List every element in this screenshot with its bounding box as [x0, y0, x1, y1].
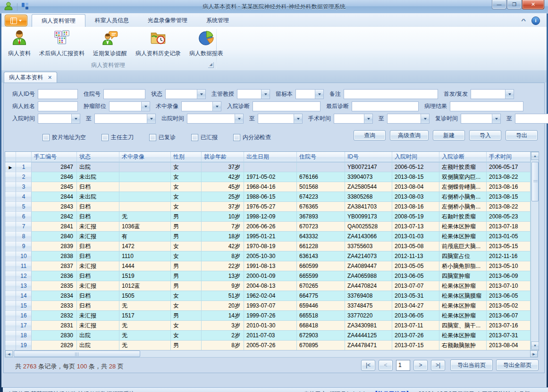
grid-cell[interactable]: 2839 — [32, 242, 77, 251]
grid-cell[interactable]: 25岁 — [202, 192, 244, 202]
checkbox-icon[interactable] — [149, 134, 156, 141]
dropdown-arrow-icon[interactable] — [492, 114, 500, 123]
grid-cell[interactable]: 2012-11-13 — [392, 251, 439, 261]
checkbox-icon[interactable] — [101, 134, 109, 141]
grid-row[interactable]: 182830出院无女2岁2011-07-03672903ZA4444125201… — [5, 331, 539, 341]
grid-cell[interactable]: 2013-05-02 — [487, 301, 531, 311]
grid-cell[interactable]: 2013-08-04 — [392, 182, 439, 192]
grid-cell[interactable]: 659446 — [297, 301, 345, 311]
grid-cell[interactable]: 636143 — [297, 251, 345, 261]
horizontal-scroll-thumb[interactable] — [14, 350, 140, 357]
grid-row[interactable]: 52843归档女37岁1976-05-27676365ZA38417032013… — [5, 202, 539, 212]
grid-row[interactable]: 172831未汇报无女3岁2010-01-30668418ZA343098120… — [5, 321, 539, 331]
grid-cell[interactable]: ZA2580544 — [345, 182, 392, 192]
grid-cell[interactable]: 2831 — [32, 321, 77, 331]
grid-cell[interactable]: 2005-10-30 — [244, 251, 297, 261]
grid-header-6[interactable]: 出生日期 — [244, 152, 297, 162]
grid-cell[interactable]: 2013-05-15 — [487, 242, 531, 251]
grid-cell[interactable]: 2845 — [32, 182, 77, 192]
grid-cell[interactable]: 33755603 — [345, 242, 392, 251]
grid-cell[interactable]: 2013-06-09 — [487, 271, 531, 281]
ribbon-tab-2[interactable]: 科室人员信息 — [85, 14, 138, 27]
grid-cell[interactable]: 2837 — [32, 261, 77, 271]
filter-combo-row3-5[interactable] — [334, 114, 373, 124]
grid-cell[interactable]: 女 — [171, 291, 202, 301]
grid-row[interactable]: 112837未汇报1444男22岁1991-08-13660599ZA40894… — [5, 261, 539, 271]
grid-cell[interactable]: 2000-01-09 — [244, 271, 297, 281]
ribbon-tab-3[interactable]: 光盘录像带管理 — [138, 14, 197, 27]
ribbon-button-4[interactable]: 病人资料历史记录 — [131, 28, 185, 61]
grid-cell[interactable]: 1472 — [119, 242, 171, 251]
grid-row[interactable]: 162832未汇报1517男14岁1999-07-266655183377022… — [5, 311, 539, 321]
grid-cell[interactable]: 2841 — [32, 222, 77, 232]
dropdown-arrow-icon[interactable] — [364, 114, 372, 123]
filter-combo-row3-7[interactable] — [461, 114, 501, 124]
grid-cell[interactable]: 松果体区肿瘤 — [439, 311, 487, 321]
grid-cell[interactable]: 无 — [119, 212, 171, 222]
grid-cell[interactable]: 2829 — [32, 341, 77, 350]
grid-cell[interactable]: 2013-07-16 — [487, 321, 531, 331]
grid-cell[interactable]: 1012蓝 — [119, 281, 171, 291]
filter-combo-row3-1[interactable] — [38, 114, 80, 124]
grid-cell[interactable]: 男 — [171, 311, 202, 321]
grid-cell[interactable]: 676166 — [297, 172, 345, 182]
filter-input-row1-6[interactable] — [344, 89, 438, 99]
grid-cell[interactable]: 2013-08-03 — [392, 192, 439, 202]
filter-combo-row3-4[interactable] — [258, 114, 303, 124]
grid-cell[interactable]: 1036蓝 — [119, 222, 171, 232]
grid-cell[interactable]: 2013-08-15 — [392, 172, 439, 182]
grid-cell[interactable]: 2008-05-23 — [487, 212, 531, 222]
grid-cell[interactable]: 2013-07-11 — [392, 321, 439, 331]
filter-combo-row3-2[interactable] — [94, 114, 156, 124]
grid-cell[interactable]: 2013-07-07 — [392, 281, 439, 291]
ribbon-collapse-icon[interactable]: ^ — [521, 18, 526, 24]
grid-row[interactable]: 62842归档无男10岁1998-12-09367893YB0099173200… — [5, 212, 539, 222]
grid-cell[interactable]: YB0072147 — [345, 162, 392, 172]
grid-cell[interactable]: 2834 — [32, 291, 77, 301]
grid-header-3[interactable]: 术中录像 — [119, 152, 171, 162]
grid-cell[interactable]: 22岁 — [202, 261, 244, 271]
maximize-button[interactable]: ❐ — [507, 0, 522, 9]
grid-cell[interactable]: 左侧桥小脑角... — [439, 202, 487, 212]
grid-cell[interactable]: 未汇报 — [77, 311, 119, 321]
new-button[interactable]: 新建 — [433, 130, 465, 141]
ribbon-button-1[interactable]: 病人资料 — [4, 28, 35, 61]
grid-cell[interactable]: 2842 — [32, 212, 77, 222]
grid-cell[interactable]: 未出院 — [77, 192, 119, 202]
grid-cell[interactable]: ZA3841703 — [345, 202, 392, 212]
grid-cell[interactable]: 14岁 — [202, 311, 244, 321]
grid-cell[interactable]: 33769408 — [345, 291, 392, 301]
grid-cell[interactable]: 2832 — [32, 311, 77, 321]
ribbon-tab-4[interactable]: 系统管理 — [197, 14, 238, 27]
checkbox-icon[interactable] — [191, 134, 198, 141]
export-current-page-button[interactable]: 导出当前页 — [450, 359, 493, 371]
first-page-button[interactable]: |< — [361, 360, 375, 371]
grid-row[interactable]: 92839归档1472女42岁1970-08-19661228337556032… — [5, 242, 539, 251]
grid-cell[interactable]: 45岁 — [202, 182, 244, 192]
grid-cell[interactable]: 1970-08-19 — [244, 242, 297, 251]
filter-input-row1-2[interactable] — [103, 89, 145, 99]
last-page-button[interactable]: >| — [431, 360, 445, 371]
grid-cell[interactable]: 双侧脑室内巨... — [439, 172, 487, 182]
grid-cell[interactable]: 男 — [171, 222, 202, 232]
grid-cell[interactable]: 归档 — [77, 202, 119, 212]
grid-row[interactable]: 82840未汇报有男18岁1995-01-21643332ZA414306620… — [5, 232, 539, 242]
grid-header-5[interactable]: 就诊年龄 — [202, 152, 244, 162]
grid-cell[interactable]: 出院 — [77, 341, 119, 350]
grid-cell[interactable]: 2013-06-05 — [392, 271, 439, 281]
checkbox-icon[interactable] — [233, 134, 240, 141]
grid-cell[interactable]: 2013-01-05 — [487, 232, 531, 242]
filter-input-row1-1[interactable] — [38, 89, 78, 99]
grid-cell[interactable]: 1505 — [119, 291, 171, 301]
grid-cell[interactable]: 665518 — [297, 311, 345, 321]
grid-cell[interactable]: 桥小脑角胆脂... — [439, 261, 487, 271]
grid-cell[interactable]: 42岁 — [202, 172, 244, 182]
grid-header-8[interactable]: ID号 — [345, 152, 392, 162]
grid-cell[interactable]: 33805268 — [345, 192, 392, 202]
grid-cell[interactable]: 女 — [171, 192, 202, 202]
grid-cell[interactable]: 18岁 — [202, 232, 244, 242]
grid-cell[interactable]: 松果体区肿瘤 — [439, 222, 487, 232]
vertical-scroll-thumb[interactable] — [531, 162, 539, 201]
grid-cell[interactable]: 男 — [171, 341, 202, 350]
grid-cell[interactable]: 2833 — [32, 301, 77, 311]
